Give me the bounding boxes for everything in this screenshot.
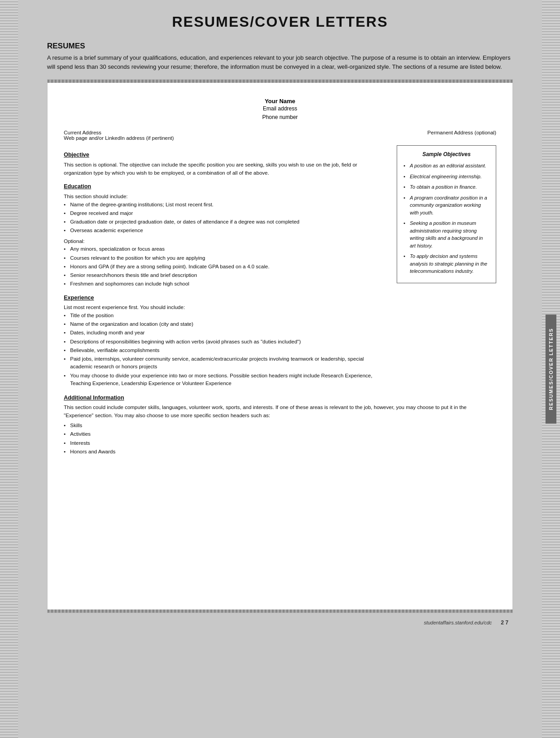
add-item-3: Interests [64,439,496,447]
exp-item-6: Paid jobs, internships, volunteer commun… [64,355,386,371]
experience-list: Title of the position Name of the organi… [64,312,386,387]
left-decorative-strip [0,0,18,738]
experience-intro: List most recent experience first. You s… [64,304,386,312]
footer: studentaffairs.stanford.edu/cdc 2 7 [47,619,513,626]
side-tab-label: RESUMES/COVER LETTERS [546,314,556,424]
exp-item-2: Name of the organization and location (c… [64,320,386,328]
education-required-list: Name of the degree-granting institutions… [64,201,386,235]
education-item-4: Overseas academic experience [64,227,386,234]
footer-page: 2 7 [501,619,508,626]
sample-objectives-column: Sample Objectives A position as an edito… [397,145,496,388]
add-item-1: Skills [64,422,496,429]
resume-phone: Phone number [64,113,496,122]
additional-info-section: Additional Information This section coul… [64,394,496,456]
current-address-label: Current Address [64,130,174,135]
education-item-1: Name of the degree-granting institutions… [64,201,386,209]
add-item-4: Honors and Awards [64,448,496,456]
education-opt-2: Courses relevant to the position for whi… [64,254,386,262]
obj-6: To apply decision and systems analysis t… [403,252,489,275]
resumes-intro: A resume is a brief summary of your qual… [47,53,513,71]
resume-email: Email address [64,105,496,113]
objective-title: Objective [64,151,386,159]
education-opt-5: Freshmen and sophomores can include high… [64,280,386,288]
additional-info-list: Skills Activities Interests Honors and A… [64,422,496,456]
permanent-address-label: Permanent Address (optional) [427,130,496,141]
right-decorative-strip: RESUMES/COVER LETTERS [542,0,560,738]
obj-4: A program coordinator position in a comm… [403,194,489,217]
education-opt-3: Honors and GPA (if they are a strong sel… [64,263,386,271]
sample-objectives-title: Sample Objectives [403,150,489,158]
resume-name: Your Name [64,98,496,105]
page-title: RESUMES/COVER LETTERS [47,14,513,30]
education-title: Education [64,182,386,191]
exp-item-4: Descriptions of responsibilities beginni… [64,338,386,346]
objective-body: This section is optional. The objective … [64,161,386,177]
optional-label: Optional: [64,238,386,246]
footer-url: studentaffairs.stanford.edu/cdc [424,620,492,625]
sample-objectives-list: A position as an editorial assistant. El… [403,162,489,275]
resume-sample-box: Your Name Email address Phone number Cur… [47,79,513,613]
education-optional-list: Any minors, specialization or focus area… [64,245,386,288]
obj-1: A position as an editorial assistant. [403,162,489,170]
exp-item-7: You may choose to divide your experience… [64,372,386,388]
resumes-heading: RESUMES [47,42,513,51]
resume-address-left: Current Address Web page and/or LinkedIn… [64,130,174,141]
experience-title: Experience [64,294,386,302]
resume-web: Web page and/or LinkedIn address (if per… [64,135,174,141]
obj-2: Electrical engineering internship. [403,173,489,181]
exp-item-1: Title of the position [64,312,386,319]
add-item-2: Activities [64,430,496,438]
obj-5: Seeking a position in museum administrat… [403,219,489,249]
resume-left-column: Objective This section is optional. The … [64,145,386,388]
exp-item-5: Believable, verifiable accomplishments [64,347,386,354]
resume-header: Your Name Email address Phone number [64,98,496,122]
additional-info-body: This section could include computer skil… [64,404,496,420]
resume-body: Objective This section is optional. The … [64,145,496,388]
education-opt-1: Any minors, specialization or focus area… [64,245,386,253]
education-item-2: Degree received and major [64,209,386,217]
sample-objectives-box: Sample Objectives A position as an edito… [397,145,496,283]
education-intro: This section should include: [64,193,386,201]
obj-3: To obtain a position in finance. [403,183,489,191]
exp-item-3: Dates, including month and year [64,329,386,337]
education-opt-4: Senior research/honors thesis title and … [64,271,386,279]
resume-address-row: Current Address Web page and/or LinkedIn… [64,130,496,141]
education-item-3: Graduation date or projected graduation … [64,218,386,226]
additional-info-title: Additional Information [64,394,496,402]
